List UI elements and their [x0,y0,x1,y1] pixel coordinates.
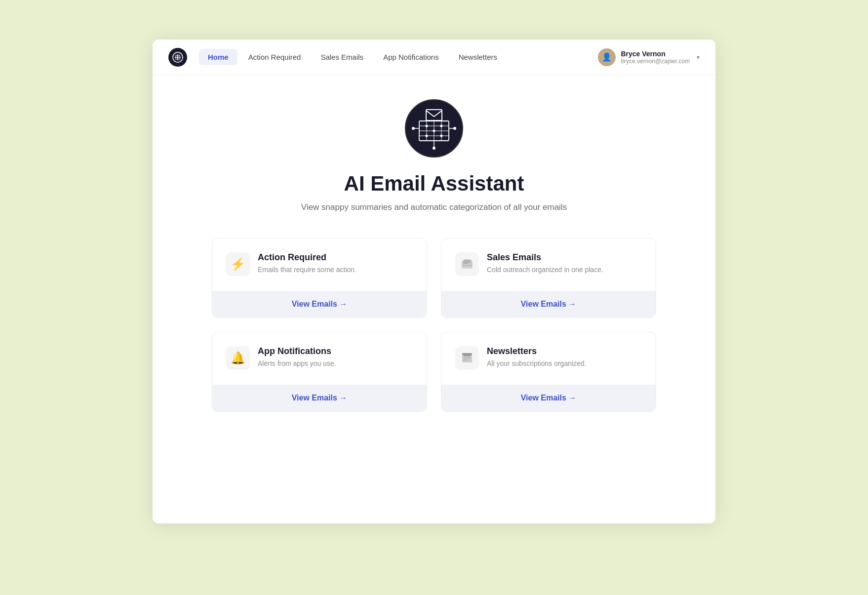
svg-point-22 [412,127,415,130]
chevron-down-icon: ▾ [697,54,700,61]
view-emails-action-required-button[interactable]: View Emails → [212,291,427,317]
user-info: Bryce Vernon bryce.vernon@zapier.com [621,50,690,65]
user-name: Bryce Vernon [621,50,690,58]
card-title: Sales Emails [487,252,603,263]
svg-rect-36 [462,353,472,355]
hero-logo-icon [404,99,464,158]
card-text: Newsletters All your subscriptions organ… [487,346,587,369]
card-desc: All your subscriptions organized. [487,358,587,369]
card-desc: Emails that require some action. [258,265,356,275]
card-text: Action Required Emails that require some… [258,252,356,275]
hero-title: AI Email Assistant [344,172,524,196]
card-header: Newsletters All your subscriptions organ… [455,346,642,370]
avatar: 👤 [598,48,616,66]
card-desc: Cold outreach organized in one place. [487,265,603,275]
app-window: Home Action Required Sales Emails App No… [153,40,715,523]
svg-point-17 [426,135,428,137]
svg-point-18 [440,125,443,127]
user-menu[interactable]: 👤 Bryce Vernon bryce.vernon@zapier.com ▾ [598,48,700,66]
svg-point-24 [433,147,435,150]
svg-point-15 [433,130,435,132]
card-text: App Notifications Alerts from apps you u… [258,346,336,369]
nav-item-home[interactable]: Home [199,49,237,65]
navbar: Home Action Required Sales Emails App No… [153,40,715,75]
newsletters-icon [455,346,479,370]
svg-point-16 [440,135,443,137]
card-app-notifications: 🔔 App Notifications Alerts from apps you… [212,332,427,412]
card-sales-emails: Sales Emails Cold outreach organized in … [441,238,656,318]
nav-links: Home Action Required Sales Emails App No… [199,49,594,65]
card-text: Sales Emails Cold outreach organized in … [487,252,603,275]
card-title: App Notifications [258,346,336,357]
card-header: ⚡ Action Required Emails that require so… [226,252,413,276]
user-email: bryce.vernon@zapier.com [621,58,690,65]
card-title: Action Required [258,252,356,263]
svg-rect-13 [426,110,442,120]
nav-item-newsletters[interactable]: Newsletters [450,49,506,65]
sales-emails-icon [455,252,479,276]
main-content: AI Email Assistant View snappy summaries… [153,75,715,441]
action-required-icon: ⚡ [226,252,250,276]
card-action-required: ⚡ Action Required Emails that require so… [212,238,427,318]
card-header: 🔔 App Notifications Alerts from apps you… [226,346,413,370]
view-emails-notifications-button[interactable]: View Emails → [212,385,427,411]
card-title: Newsletters [487,346,587,357]
card-desc: Alerts from apps you use. [258,358,336,369]
svg-point-23 [453,127,456,130]
hero-subtitle: View snappy summaries and automatic cate… [301,202,567,212]
view-emails-sales-button[interactable]: View Emails → [441,291,656,317]
nav-item-sales-emails[interactable]: Sales Emails [312,49,372,65]
svg-point-14 [426,125,428,127]
app-notifications-icon: 🔔 [226,346,250,370]
app-logo [168,48,187,67]
card-newsletters: Newsletters All your subscriptions organ… [441,332,656,412]
view-emails-newsletters-button[interactable]: View Emails → [441,385,656,411]
cards-grid: ⚡ Action Required Emails that require so… [212,238,656,412]
nav-item-action-required[interactable]: Action Required [239,49,310,65]
card-header: Sales Emails Cold outreach organized in … [455,252,642,276]
nav-item-app-notifications[interactable]: App Notifications [374,49,448,65]
